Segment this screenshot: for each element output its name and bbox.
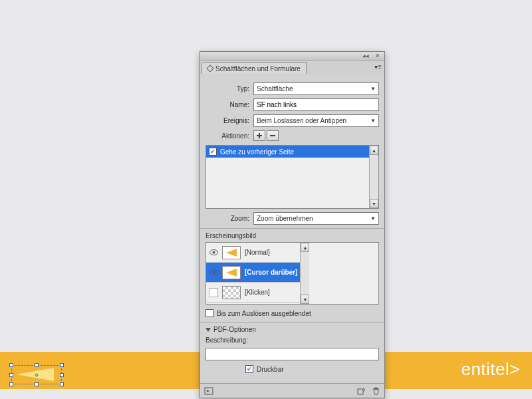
panel-tab[interactable]: Schaltflächen und Formulare (201, 63, 307, 74)
panel-body: Typ: Schaltfläche ▼ Name: Ereignis: Beim… (200, 75, 384, 383)
pdf-options-disclosure[interactable]: PDF-Optionen (205, 326, 379, 333)
visibility-eye-icon[interactable] (209, 268, 218, 277)
action-checkbox[interactable]: ✔ (209, 148, 217, 156)
resize-handle[interactable] (35, 363, 39, 367)
state-row-normal[interactable]: [Normal] (206, 243, 300, 263)
pdf-options-label: PDF-Optionen (213, 326, 256, 333)
svg-rect-0 (270, 135, 275, 136)
remove-action-button[interactable] (267, 130, 279, 141)
hidden-until-trigger-checkbox[interactable]: ✔ (205, 309, 213, 317)
action-item[interactable]: ✔ Gehe zu vorheriger Seite (206, 146, 369, 158)
resize-handle[interactable] (35, 382, 39, 386)
event-value: Beim Loslassen oder Antippen (257, 117, 346, 124)
name-input[interactable] (253, 98, 379, 111)
description-input[interactable] (205, 348, 379, 360)
resize-handle[interactable] (60, 363, 64, 367)
svg-point-4 (212, 271, 215, 274)
preview-button[interactable] (204, 386, 213, 396)
selected-button-object[interactable] (11, 365, 62, 384)
scrollbar[interactable]: ▲ ▼ (369, 146, 378, 208)
type-label: Typ: (205, 85, 253, 92)
state-thumbnail (222, 286, 241, 299)
actions-label: Aktionen: (205, 132, 253, 140)
hidden-until-trigger-label: Bis zum Auslösen ausgeblendet (217, 310, 311, 317)
zoom-value: Zoom übernehmen (257, 215, 313, 222)
chevron-down-icon: ▼ (370, 215, 376, 221)
printable-label: Druckbar (257, 366, 284, 373)
panel-titlebar[interactable]: ◂◂ ✕ (200, 52, 384, 61)
document-title-fragment: entitel> (461, 359, 520, 380)
event-select[interactable]: Beim Loslassen oder Antippen ▼ (253, 114, 379, 127)
chevron-down-icon: ▼ (370, 86, 376, 92)
panel-tab-row: Schaltflächen und Formulare ▾≡ (200, 61, 384, 75)
divider (200, 228, 384, 229)
buttons-forms-panel: ◂◂ ✕ Schaltflächen und Formulare ▾≡ Typ:… (200, 51, 385, 398)
appearance-heading: Erscheinungsbild (205, 232, 379, 239)
type-value: Schaltfläche (257, 85, 293, 92)
description-label: Beschreibung: (205, 336, 379, 344)
scroll-down-icon[interactable]: ▼ (301, 295, 309, 304)
trash-button[interactable] (371, 386, 380, 396)
name-label: Name: (205, 101, 253, 108)
panel-footer (200, 383, 384, 398)
collapse-icon[interactable]: ◂◂ (362, 53, 370, 59)
flyout-menu-icon[interactable]: ▾≡ (374, 63, 382, 70)
zoom-select[interactable]: Zoom übernehmen ▼ (253, 212, 379, 225)
resize-handle[interactable] (9, 373, 13, 377)
visibility-eye-icon[interactable] (209, 248, 218, 257)
close-icon[interactable]: ✕ (374, 53, 382, 59)
actions-list: ✔ Gehe zu vorheriger Seite ▲ ▼ (205, 145, 379, 209)
type-select[interactable]: Schaltfläche ▼ (253, 82, 379, 95)
state-thumbnail (222, 246, 241, 259)
scroll-up-icon[interactable]: ▲ (370, 146, 378, 155)
resize-handle[interactable] (9, 382, 13, 386)
arrow-left-icon (226, 269, 237, 277)
event-label: Ereignis: (205, 117, 253, 124)
resize-handle[interactable] (60, 373, 64, 377)
action-item-label: Gehe zu vorheriger Seite (220, 148, 294, 156)
resize-handle[interactable] (60, 382, 64, 386)
svg-rect-6 (358, 389, 363, 394)
convert-button[interactable] (356, 386, 366, 396)
svg-point-2 (212, 251, 215, 254)
resize-handle[interactable] (9, 363, 13, 367)
arrow-left-icon (226, 249, 237, 257)
divider (200, 322, 384, 323)
chevron-down-icon: ▼ (370, 118, 376, 124)
center-point-icon (35, 373, 39, 376)
appearance-states-list: [Normal] [Cursor darüber] [Klicken] ▲ ▼ (205, 242, 379, 305)
diamond-icon (206, 65, 213, 72)
zoom-label: Zoom: (205, 215, 253, 222)
state-label: [Cursor darüber] (245, 269, 297, 276)
scroll-up-icon[interactable]: ▲ (301, 243, 309, 252)
plus-icon (255, 132, 263, 140)
minus-icon (269, 132, 277, 140)
state-thumbnail (222, 266, 241, 279)
state-row-rollover[interactable]: [Cursor darüber] (206, 263, 300, 283)
state-row-click[interactable]: [Klicken] (206, 283, 300, 303)
scrollbar[interactable]: ▲ ▼ (300, 243, 309, 304)
triangle-down-icon (205, 328, 211, 332)
scroll-down-icon[interactable]: ▼ (370, 199, 378, 208)
state-label: [Klicken] (245, 289, 270, 296)
add-action-button[interactable] (253, 130, 265, 141)
panel-tab-label: Schaltflächen und Formulare (215, 65, 301, 72)
state-label: [Normal] (245, 249, 270, 256)
visibility-off-icon[interactable] (209, 288, 218, 297)
printable-checkbox[interactable]: ✔ (245, 365, 253, 373)
